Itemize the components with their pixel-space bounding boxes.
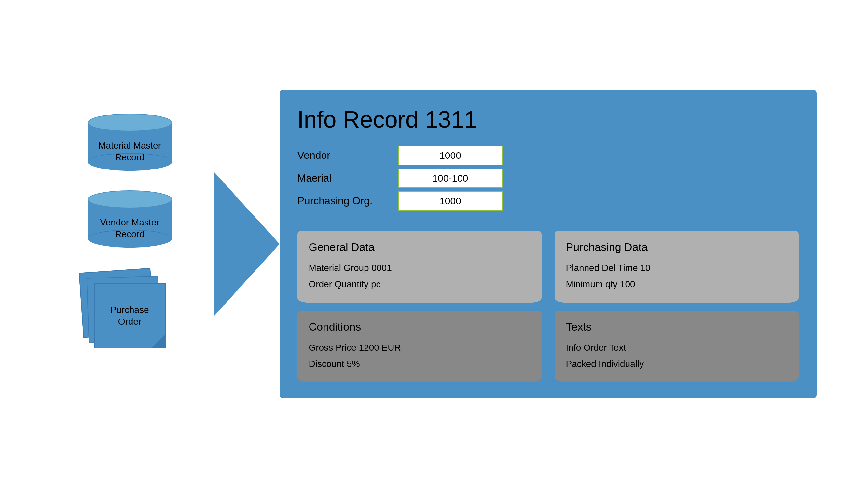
purchasing-org-input[interactable]: 1000 [398,191,502,211]
material-field-row: Maerial 100-100 [298,168,799,188]
documents-stack: Quotation Outline agr PurchaseOrder [81,270,179,375]
cylinder-shape: Material Master Record [88,113,172,171]
discount-text: Discount 5% [309,356,530,372]
texts-title: Texts [566,321,787,333]
info-order-text: Info Order Text [566,340,787,356]
purchasing-org-field-row: Purchasing Org. 1000 [298,191,799,211]
conditions-panel: Conditions Gross Price 1200 EUR Discount… [298,311,541,382]
purchasing-org-label: Purchasing Org. [298,195,389,207]
general-data-content: Material Group 0001 Order Quantity pc [309,260,530,293]
material-input[interactable]: 100-100 [398,168,502,188]
left-side: Material Master Record Vendor Master Rec… [52,113,208,375]
planned-del-text: Planned Del Time 10 [566,260,787,276]
material-label: Maerial [298,172,389,184]
vendor-input[interactable]: 1000 [398,146,502,165]
general-data-panel: General Data Material Group 0001 Order Q… [298,231,541,302]
cylinder-top [88,113,172,131]
order-quantity-text: Order Quantity pc [309,276,530,292]
cylinder-shape-2: Vendor Master Record [88,190,172,248]
material-master-cylinder: Material Master Record [88,113,172,171]
lower-panels: General Data Material Group 0001 Order Q… [298,231,799,382]
right-arrow-icon [215,172,280,316]
material-group-text: Material Group 0001 [309,260,530,276]
vendor-field-row: Vendor 1000 [298,146,799,165]
info-record-fields: Vendor 1000 Maerial 100-100 Purchasing O… [298,146,799,221]
cylinder-top-2 [88,190,172,208]
vendor-label: Vendor [298,149,389,161]
purchasing-data-panel: Purchasing Data Planned Del Time 10 Mini… [555,231,799,302]
left-panel-col: General Data Material Group 0001 Order Q… [298,231,541,382]
packed-text: Packed Individually [566,356,787,372]
document-purchase-order: PurchaseOrder [94,283,166,349]
material-master-label: Material Master Record [91,140,169,164]
conditions-title: Conditions [309,321,530,333]
general-data-title: General Data [309,241,530,254]
texts-panel: Texts Info Order Text Packed Individuall… [555,311,799,382]
right-panel-col: Purchasing Data Planned Del Time 10 Mini… [555,231,799,382]
conditions-content: Gross Price 1200 EUR Discount 5% [309,340,530,372]
arrow-container [215,172,280,316]
info-record-box: Info Record 1311 Vendor 1000 Maerial 100… [280,90,816,398]
gross-price-text: Gross Price 1200 EUR [309,340,530,356]
info-record-title: Info Record 1311 [298,106,799,133]
minimum-qty-text: Minimum qty 100 [566,276,787,292]
purchasing-data-content: Planned Del Time 10 Minimum qty 100 [566,260,787,293]
purchasing-data-title: Purchasing Data [566,241,787,254]
main-container: Material Master Record Vendor Master Rec… [0,0,868,488]
vendor-master-cylinder: Vendor Master Record [88,190,172,248]
vendor-master-label: Vendor Master Record [91,217,169,240]
texts-content: Info Order Text Packed Individually [566,340,787,372]
